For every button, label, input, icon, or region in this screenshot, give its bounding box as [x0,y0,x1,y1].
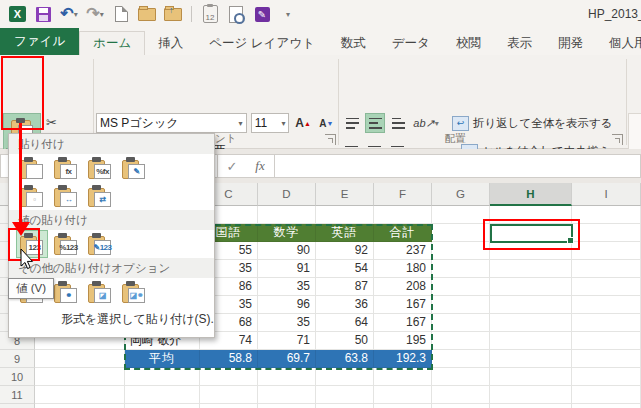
cell-E4[interactable]: 54 [316,260,374,278]
cell-F3[interactable]: 237 [374,242,432,260]
cell-I2[interactable] [572,224,641,242]
cell-E9[interactable]: 63.8 [316,350,374,368]
tab-9[interactable]: 個人用 [596,31,641,55]
cell-G7[interactable] [432,314,490,332]
align-top-button[interactable] [342,113,362,133]
close-folder-button[interactable] [162,3,184,25]
cell-D11[interactable] [258,386,316,404]
cell-H10[interactable] [490,368,572,386]
cell-E2[interactable]: 英語 [316,224,374,242]
cell-F9[interactable]: 192.3 [374,350,432,368]
cell-B12[interactable] [125,404,200,408]
cell-I12[interactable] [572,404,641,408]
insert-function-button[interactable]: fx [246,154,274,178]
cell-F6[interactable]: 167 [374,296,432,314]
column-header-D[interactable]: D [258,183,316,206]
paste-picture-button[interactable]: ◪ [85,279,115,305]
alignment-dialog-launcher[interactable] [612,134,623,145]
cell-F11[interactable] [374,386,432,404]
cell-F2[interactable]: 合計 [374,224,432,242]
cell-H9[interactable] [490,350,572,368]
paste-link-button[interactable]: ⚭ [51,279,81,305]
cell-G12[interactable] [432,404,490,408]
cell-F8[interactable]: 195 [374,332,432,350]
column-header-G[interactable]: G [432,183,490,206]
cell-G9[interactable] [432,350,490,368]
cell-C12[interactable] [200,404,258,408]
paste-button[interactable] [17,155,47,181]
tab-1[interactable]: ホーム [79,31,145,55]
quick-edit-button[interactable]: ✎ [251,3,273,25]
cell-H11[interactable] [490,386,572,404]
cell-G3[interactable] [432,242,490,260]
paste-values-source-formatting-button[interactable]: ✎123 [85,231,115,257]
cell-E5[interactable]: 87 [316,278,374,296]
new-file-button[interactable] [110,3,132,25]
cell-I9[interactable] [572,350,641,368]
active-cell-H2[interactable] [490,224,573,243]
paste-formulas-button[interactable]: fx [51,155,81,181]
row-header-9[interactable]: 9 [0,350,35,368]
cell-E3[interactable]: 92 [316,242,374,260]
cell-F12[interactable] [374,404,432,408]
paste-values-button[interactable]: 123 [17,231,47,257]
cell-F5[interactable]: 208 [374,278,432,296]
cell-H7[interactable] [490,314,572,332]
cell-C11[interactable] [200,386,258,404]
cell-F1[interactable] [374,206,432,224]
paste-special-menu-item[interactable]: 形式を選択して貼り付け(S)... [9,306,214,332]
tab-4[interactable]: 数式 [328,31,379,55]
cell-I4[interactable] [572,260,641,278]
cell-D10[interactable] [258,368,316,386]
tab-7[interactable]: 表示 [494,31,545,55]
font-name-combo[interactable]: MS Pゴシック▾ [96,113,247,133]
cell-G5[interactable] [432,278,490,296]
cell-E6[interactable]: 36 [316,296,374,314]
column-header-I[interactable]: I [572,183,641,206]
customize-toolbar-button[interactable]: ▾ [277,3,299,25]
column-header-E[interactable]: E [316,183,374,206]
cell-I3[interactable] [572,242,641,260]
cell-A11[interactable] [35,386,125,404]
cell-G2[interactable] [432,224,490,242]
cell-A10[interactable] [35,368,125,386]
cell-E7[interactable]: 64 [316,314,374,332]
open-file-button[interactable] [136,3,158,25]
cell-A9[interactable] [35,350,125,368]
cell-D2[interactable]: 数学 [258,224,316,242]
cell-I1[interactable] [572,206,641,224]
save-button[interactable] [32,3,54,25]
paste-no-borders-button[interactable]: ▫ [17,183,47,209]
cell-D3[interactable]: 90 [258,242,316,260]
cell-D7[interactable]: 35 [258,314,316,332]
cell-D6[interactable]: 96 [258,296,316,314]
cell-H1[interactable] [490,206,572,224]
paste-linked-picture-button[interactable]: ◪⚭ [119,279,149,305]
tab-2[interactable]: 挿入 [145,31,196,55]
cell-G11[interactable] [432,386,490,404]
column-header-F[interactable]: F [374,183,432,206]
row-header-12[interactable]: 12 [0,404,35,408]
cell-H4[interactable] [490,260,572,278]
cell-E11[interactable] [316,386,374,404]
paste-transpose-button[interactable]: ⇄ [85,183,115,209]
undo-button[interactable]: ↶▾ [58,3,80,25]
cell-F4[interactable]: 180 [374,260,432,278]
tab-3[interactable]: ページ レイアウト [196,31,328,55]
paste-preview-button[interactable]: 12 [199,3,221,25]
align-bottom-button[interactable] [388,113,408,133]
shrink-font-button[interactable]: A▼ [317,113,336,133]
cell-G8[interactable] [432,332,490,350]
cell-D12[interactable] [258,404,316,408]
cell-D4[interactable]: 91 [258,260,316,278]
paste-formulas-number-formats-button[interactable]: %fx [85,155,115,181]
cell-H5[interactable] [490,278,572,296]
cell-H6[interactable] [490,296,572,314]
row-header-10[interactable]: 10 [0,368,35,386]
cell-C10[interactable] [200,368,258,386]
fill-handle[interactable] [567,237,574,244]
cell-G4[interactable] [432,260,490,278]
cell-I5[interactable] [572,278,641,296]
cell-I11[interactable] [572,386,641,404]
cell-I8[interactable] [572,332,641,350]
